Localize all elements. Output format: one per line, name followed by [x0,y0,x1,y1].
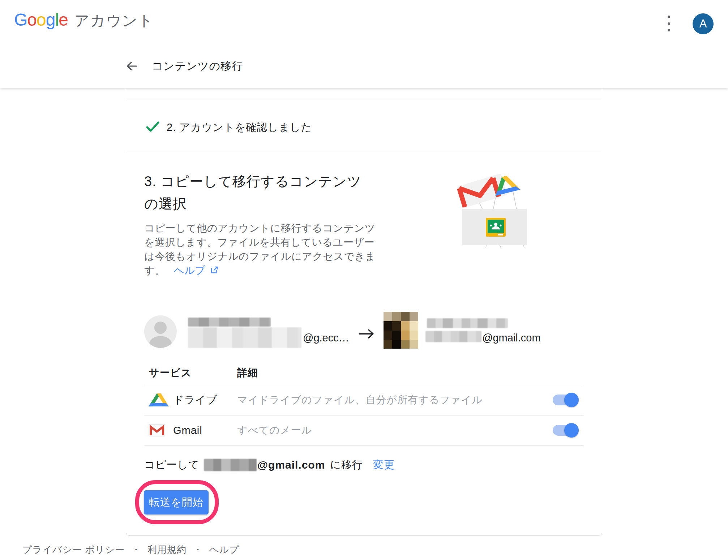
services-illustration [457,174,529,248]
service-detail: すべてのメール [237,423,312,437]
overflow-menu-icon[interactable] [666,16,671,31]
toggle-knob [564,393,579,407]
footer: プライバシー ポリシー ・ 利用規約 ・ ヘルプ [22,543,239,556]
app-header: Google アカウント A コンテンツの移行 [0,0,728,88]
help-link[interactable]: ヘルプ [174,263,219,277]
service-detail: マイドライブのファイル、自分が所有するファイル [237,393,483,407]
destination-email-redacted [425,331,481,342]
source-email-redacted [188,327,301,348]
change-link[interactable]: 変更 [373,458,395,472]
external-link-icon [210,264,219,278]
destination-summary: コピーして @gmail.com に移行 変更 [144,458,395,472]
destination-name-redacted [427,318,508,328]
start-transfer-button[interactable]: 転送を開始 [144,490,209,514]
step2-label: 2. アカウントを確認しました [167,120,312,135]
footer-link-terms[interactable]: 利用規約 [147,543,187,556]
drive-icon [149,393,169,407]
table-row-gmail: Gmail すべてのメール [126,415,602,445]
gmail-toggle[interactable] [553,425,574,436]
copy-prefix: コピーして [144,458,200,472]
account-avatar[interactable]: A [693,13,714,34]
step3-title: 3. コピーして移行するコンテンツ の選択 [144,170,361,215]
table-row-drive: ドライブ マイドライブのファイル、自分が所有するファイル [126,385,602,415]
footer-link-help[interactable]: ヘルプ [209,543,239,556]
copy-suffix: に移行 [330,458,363,472]
divider [126,151,602,151]
destination-email-suffix: @gmail.com [482,332,541,344]
footer-link-privacy[interactable]: プライバシー ポリシー [22,543,125,556]
drive-toggle[interactable] [553,395,574,405]
service-name: Gmail [173,425,202,436]
service-name: ドライブ [173,393,218,407]
column-header-service: サービス [149,366,192,380]
source-name-redacted [188,318,271,327]
footer-separator: ・ [193,543,203,556]
step3-description: コピーして他のアカウントに移行するコンテンツ を選択します。ファイルを共有してい… [144,221,376,277]
copy-email-redacted [204,459,257,471]
source-avatar-placeholder [144,315,177,348]
column-header-detail: 詳細 [237,366,258,380]
source-email-suffix: @g.ecc… [303,332,349,344]
destination-avatar [384,312,418,349]
arrow-right-icon [358,328,375,341]
google-logo: Google アカウント [14,11,154,31]
toggle-knob [564,423,579,438]
footer-separator: ・ [131,543,141,556]
check-icon [146,121,160,134]
product-name: アカウント [74,11,154,31]
divider [126,99,602,99]
gmail-icon [149,424,165,437]
page-title: コンテンツの移行 [152,59,243,74]
divider [144,445,584,446]
content-card: 2. アカウントを確認しました 3. コピーして移行するコンテンツ の選択 コピ… [126,88,602,536]
back-arrow-icon[interactable] [125,60,138,73]
copy-email-suffix: @gmail.com [257,459,325,471]
